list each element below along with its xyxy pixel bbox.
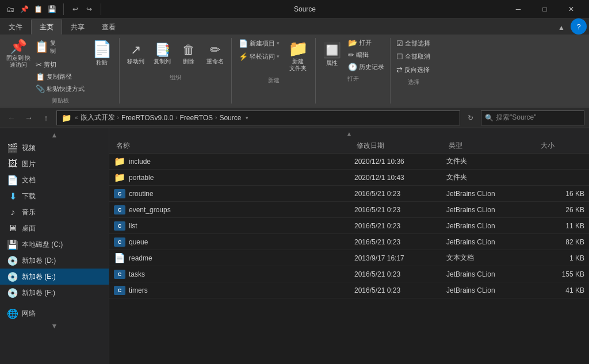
folder-icon: 📁 xyxy=(114,172,125,183)
file-name: queue xyxy=(129,238,148,246)
close-button[interactable]: ✕ xyxy=(558,0,584,18)
select-none-label: 全部取消 xyxy=(405,52,430,61)
col-header-name[interactable]: 名称 xyxy=(114,141,354,151)
sidebar-scroll-down[interactable]: ▼ xyxy=(0,321,109,331)
forward-button[interactable]: → xyxy=(22,111,36,125)
path-part-2[interactable]: FreeRTOSv9.0.0 xyxy=(121,114,173,122)
redo-icon[interactable]: ↪ xyxy=(83,3,95,15)
file-name: portable xyxy=(129,174,154,182)
invert-icon: ⇄ xyxy=(396,66,403,74)
back-button[interactable]: ← xyxy=(5,111,18,125)
sidebar-label-drive-f: 新加卷 (F:) xyxy=(22,288,55,298)
separator xyxy=(63,3,64,15)
table-row[interactable]: C queue 2016/5/21 0:23 JetBrains CLion 8… xyxy=(109,234,589,250)
sidebar-item-desktop[interactable]: 🖥 桌面 xyxy=(0,220,109,236)
table-row[interactable]: C timers 2016/5/21 0:23 JetBrains CLion … xyxy=(109,282,589,298)
col-header-type[interactable]: 类型 xyxy=(446,141,538,151)
pin-to-quick-access-button[interactable]: 📌 固定到 快速访问 xyxy=(5,37,32,71)
path-dropdown[interactable]: ▾ xyxy=(246,115,248,121)
sidebar-item-drive-e[interactable]: 💿 新加卷 (E:) xyxy=(0,269,109,285)
sidebar-item-network[interactable]: 🌐 网络 xyxy=(0,305,109,321)
sidebar-item-drive-f[interactable]: 💿 新加卷 (F:) xyxy=(0,285,109,301)
path-part-1[interactable]: 嵌入式开发 xyxy=(81,113,115,122)
table-row[interactable]: C list 2016/5/21 0:23 JetBrains CLion 11… xyxy=(109,218,589,234)
sidebar-item-documents[interactable]: 📄 文档 xyxy=(0,172,109,188)
tab-view[interactable]: 查看 xyxy=(93,20,124,35)
paste-icon: 📄 xyxy=(92,41,112,58)
new-group: 📄 新建项目 ▾ ⚡ 轻松访问 ▾ 📁 新建文件夹 新建 xyxy=(235,37,312,85)
sidebar-item-music[interactable]: ♪ 音乐 xyxy=(0,204,109,220)
tab-file[interactable]: 文件 xyxy=(0,20,31,35)
edit-button[interactable]: ✏ 编辑 xyxy=(346,49,387,60)
rename-button[interactable]: ✏ 重命名 xyxy=(202,37,228,71)
copy-path-label: 复制路径 xyxy=(47,72,72,81)
invert-select-button[interactable]: ⇄ 反向选择 xyxy=(394,63,433,76)
paste-button[interactable]: 📄 粘贴 xyxy=(88,37,116,71)
file-name-cell: C event_groups xyxy=(114,205,354,214)
save-icon[interactable]: 💾 xyxy=(46,3,58,15)
maximize-button[interactable]: □ xyxy=(531,0,558,18)
delete-button[interactable]: 🗑 删除 xyxy=(176,37,201,71)
sidebar-item-local-c[interactable]: 💾 本地磁盘 (C:) xyxy=(0,236,109,252)
downloads-icon: ⬇ xyxy=(7,191,18,202)
ribbon-collapse-button[interactable]: ▲ xyxy=(554,21,568,35)
table-row[interactable]: C tasks 2016/5/21 0:23 JetBrains CLion 1… xyxy=(109,266,589,282)
table-row[interactable]: C croutine 2016/5/21 0:23 JetBrains CLio… xyxy=(109,186,589,202)
pin-icon[interactable]: 📌 xyxy=(18,3,30,15)
clion-icon: C xyxy=(114,237,125,247)
sidebar-item-downloads[interactable]: ⬇ 下载 xyxy=(0,188,109,204)
sidebar-label-documents: 文档 xyxy=(22,175,36,185)
address-path[interactable]: 📁 « 嵌入式开发 › FreeRTOSv9.0.0 › FreeRTOS › … xyxy=(56,110,460,125)
minimize-button[interactable]: ─ xyxy=(505,0,531,18)
path-part-3[interactable]: FreeRTOS xyxy=(180,114,213,122)
table-row[interactable]: 📁 include 2020/12/1 10:36 文件夹 xyxy=(109,154,589,170)
tab-home[interactable]: 主页 xyxy=(31,20,62,35)
sidebar: ▲ 🎬 视频 🖼 图片 📄 文档 ⬇ 下载 ♪ 音乐 🖥 桌面 💾 本地磁盘 (… xyxy=(0,128,109,364)
sidebar-label-drive-d: 新加卷 (D:) xyxy=(22,256,56,266)
copy-path-button[interactable]: 📋 复制路径 xyxy=(33,71,87,82)
file-size: 26 KB xyxy=(538,206,584,214)
clion-icon: C xyxy=(114,221,125,231)
sidebar-item-videos[interactable]: 🎬 视频 xyxy=(0,140,109,156)
ribbon-tabs: 文件 主页 共享 查看 ▲ ? xyxy=(0,18,589,35)
table-row[interactable]: 📄 readme 2013/9/17 16:17 文本文档 1 KB xyxy=(109,250,589,266)
new-item-button[interactable]: 📄 新建项目 ▾ xyxy=(235,37,283,49)
properties-button[interactable]: 🔲 属性 xyxy=(319,37,345,71)
search-box[interactable]: 🔍 搜索"Source" xyxy=(481,110,584,125)
table-row[interactable]: C event_groups 2016/5/21 0:23 JetBrains … xyxy=(109,202,589,218)
file-type: JetBrains CLion xyxy=(446,286,538,294)
copy-to-button[interactable]: 📑 复制到 xyxy=(150,37,175,71)
sidebar-scroll-up[interactable]: ▲ xyxy=(0,131,109,140)
clion-icon: C xyxy=(114,270,125,279)
history-button[interactable]: 🕐 历史记录 xyxy=(346,61,387,72)
sidebar-item-drive-d[interactable]: 💿 新加卷 (D:) xyxy=(0,252,109,269)
move-to-button[interactable]: ↗ 移动到 xyxy=(123,37,148,71)
copy-quick-icon[interactable]: 📋 xyxy=(32,3,44,15)
tab-share[interactable]: 共享 xyxy=(62,20,93,35)
col-header-date[interactable]: 修改日期 xyxy=(354,141,446,151)
refresh-button[interactable]: ↻ xyxy=(464,111,477,125)
new-folder-button[interactable]: 📁 新建文件夹 xyxy=(284,37,312,74)
file-date: 2016/5/21 0:23 xyxy=(354,270,446,278)
open-button[interactable]: 📂 打开 xyxy=(346,37,387,48)
easy-access-button[interactable]: ⚡ 轻松访问 ▾ xyxy=(235,50,283,63)
select-all-button[interactable]: ☑ 全部选择 xyxy=(394,37,433,49)
select-group: ☑ 全部选择 ☐ 全部取消 ⇄ 反向选择 选择 xyxy=(394,37,433,86)
path-part-4[interactable]: Source xyxy=(219,114,241,122)
paste-shortcut-button[interactable]: 📎 粘贴快捷方式 xyxy=(33,83,87,94)
help-button[interactable]: ? xyxy=(571,18,587,35)
up-button[interactable]: ↑ xyxy=(39,111,53,125)
select-none-button[interactable]: ☐ 全部取消 xyxy=(394,50,433,63)
col-header-size[interactable]: 大小 xyxy=(538,141,584,151)
col-name-label: 名称 xyxy=(116,141,130,151)
undo-icon[interactable]: ↩ xyxy=(70,3,81,15)
sidebar-item-pictures[interactable]: 🖼 图片 xyxy=(0,156,109,172)
new-folder-label: 新建文件夹 xyxy=(289,58,307,72)
music-icon: ♪ xyxy=(7,207,18,217)
open-icon: 📂 xyxy=(348,39,357,47)
table-row[interactable]: 📁 portable 2020/12/1 10:43 文件夹 xyxy=(109,170,589,186)
copy-to-icon: 📑 xyxy=(155,43,170,58)
copy-button[interactable]: 📋 复制 xyxy=(33,37,56,58)
file-name: include xyxy=(129,158,151,166)
cut-button[interactable]: ✂ 剪切 xyxy=(33,59,87,70)
